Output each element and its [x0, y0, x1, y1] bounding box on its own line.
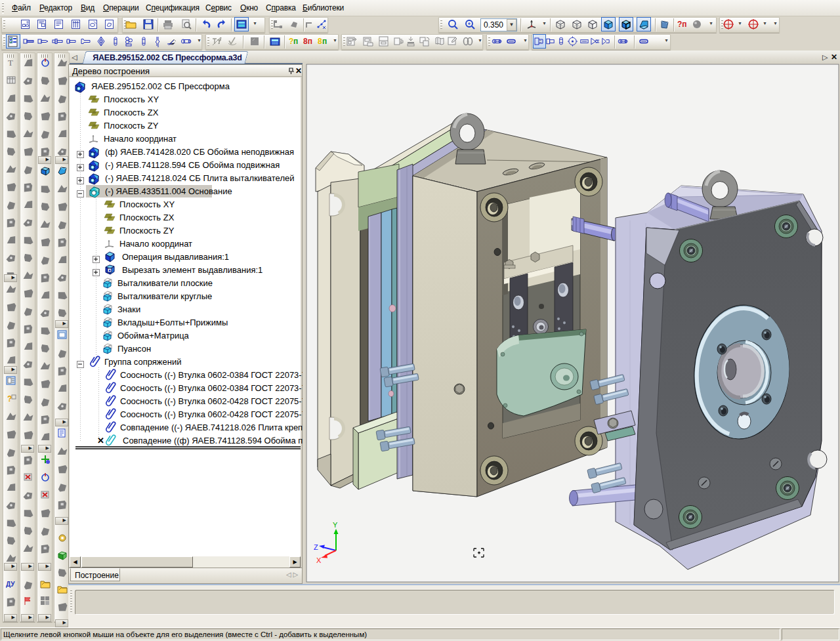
- svg-text:ДУ: ДУ: [6, 581, 15, 588]
- svg-text:T: T: [8, 58, 13, 68]
- svg-text:п: п: [293, 37, 298, 46]
- svg-text:Y: Y: [333, 521, 338, 529]
- svg-text:?: ?: [7, 394, 12, 403]
- svg-text:8: 8: [318, 37, 322, 46]
- svg-text:Z: Z: [314, 543, 318, 551]
- svg-text:8п: 8п: [303, 37, 312, 46]
- svg-text:п: п: [322, 37, 327, 46]
- svg-text:?п: ?п: [677, 20, 687, 29]
- svg-text:X: X: [316, 556, 322, 564]
